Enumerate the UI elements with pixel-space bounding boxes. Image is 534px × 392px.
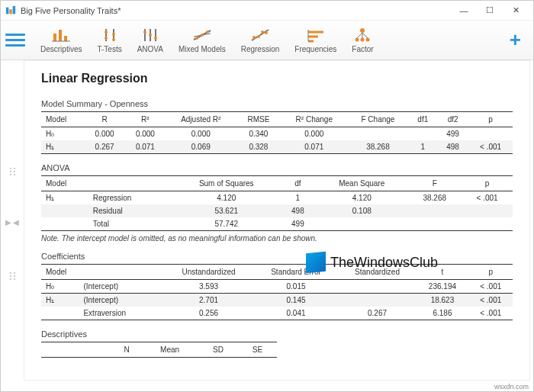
svg-point-11 xyxy=(112,33,115,36)
watermark-domain: wsxdn.com xyxy=(494,383,529,390)
titlebar: Big Five Personality Traits* — ☐ ✕ xyxy=(1,1,533,21)
panel-expand-icon[interactable]: ▶ ◀ xyxy=(5,218,20,227)
svg-point-17 xyxy=(149,34,152,37)
descriptives-table: N Mean SD SE xyxy=(41,342,277,358)
svg-rect-2 xyxy=(13,5,16,14)
svg-rect-5 xyxy=(64,36,67,41)
close-button[interactable]: ✕ xyxy=(503,2,529,19)
svg-point-34 xyxy=(355,38,359,42)
toolbar-label: T-Tests xyxy=(97,45,121,53)
drag-grip-icon[interactable] xyxy=(10,272,15,274)
window-title: Big Five Personality Traits* xyxy=(21,6,451,15)
toolbar-label: Regression xyxy=(241,45,280,53)
svg-point-25 xyxy=(253,36,256,39)
toolbar-ttests[interactable]: T-Tests xyxy=(89,22,129,59)
toolbar-label: Frequencies xyxy=(294,45,336,53)
svg-point-28 xyxy=(265,31,268,34)
svg-point-9 xyxy=(105,37,108,40)
maximize-button[interactable]: ☐ xyxy=(477,2,503,19)
toolbar-label: Factor xyxy=(352,45,373,53)
svg-point-23 xyxy=(206,31,209,34)
toolbar-anova[interactable]: ANOVA xyxy=(130,22,171,59)
svg-point-16 xyxy=(143,31,146,34)
anova-title: ANOVA xyxy=(41,163,513,172)
coefficients-table: Model Unstandardized Standard Error Stan… xyxy=(41,264,513,320)
svg-point-8 xyxy=(105,31,108,34)
table-row: Extraversion0.2560.0410.2676.186< .001 xyxy=(41,307,513,320)
table-row: H₁Regression4.12014.12038.268< .001 xyxy=(41,191,513,205)
table-row: H₁0.2670.0710.0690.3280.07138.2681498< .… xyxy=(41,140,513,154)
menu-button[interactable] xyxy=(5,31,25,50)
toolbar-label: Descriptives xyxy=(40,45,82,53)
svg-rect-0 xyxy=(6,7,9,14)
svg-point-12 xyxy=(112,38,115,41)
drag-grip-icon[interactable] xyxy=(10,168,15,169)
table-row: H₀(Intercept)3.5930.015236.194< .001 xyxy=(41,280,513,294)
svg-point-36 xyxy=(366,38,370,42)
regression-icon xyxy=(250,27,270,43)
svg-point-21 xyxy=(195,37,198,40)
coefficients-title: Coefficients xyxy=(41,252,513,261)
svg-line-37 xyxy=(357,33,362,38)
toolbar-regression[interactable]: Regression xyxy=(233,22,288,59)
svg-point-33 xyxy=(360,28,365,33)
toolbar-factor[interactable]: Factor xyxy=(344,22,381,59)
svg-line-39 xyxy=(362,33,368,38)
app-icon xyxy=(5,5,16,16)
model-summary-title: Model Summary - Openness xyxy=(41,99,513,108)
page-title: Linear Regression xyxy=(41,72,513,85)
svg-point-26 xyxy=(257,35,260,38)
descriptives-icon xyxy=(51,27,71,43)
toolbar-frequencies[interactable]: Frequencies xyxy=(287,22,344,59)
anova-icon xyxy=(140,27,160,43)
ttests-icon xyxy=(100,27,120,43)
svg-point-22 xyxy=(201,34,204,37)
panel-handles: ▶ ◀ xyxy=(1,60,24,381)
anova-table: Model Sum of Squares df Mean Square F p … xyxy=(41,175,513,231)
svg-point-27 xyxy=(261,31,264,34)
minimize-button[interactable]: — xyxy=(451,2,477,19)
main-toolbar: Descriptives T-Tests ANOVA Mixed Models … xyxy=(1,21,533,60)
factor-icon xyxy=(352,27,372,43)
table-row: H₀0.0000.0000.0000.3400.000499 xyxy=(41,127,513,141)
frequencies-icon xyxy=(306,27,326,43)
add-module-button[interactable]: + xyxy=(502,28,529,52)
anova-note: Note. The intercept model is omitted, as… xyxy=(41,234,513,243)
toolbar-label: Mixed Models xyxy=(179,45,226,53)
svg-rect-1 xyxy=(9,9,12,14)
svg-rect-3 xyxy=(53,34,56,41)
mixedmodels-icon xyxy=(192,27,212,43)
svg-rect-4 xyxy=(59,30,62,41)
table-row: Residual53.6214980.108 xyxy=(41,204,513,217)
toolbar-label: ANOVA xyxy=(137,45,163,53)
toolbar-mixedmodels[interactable]: Mixed Models xyxy=(171,22,233,59)
table-row: H₁(Intercept)2.7010.14518.623< .001 xyxy=(41,294,513,307)
results-panel: Linear Regression Model Summary - Openne… xyxy=(24,60,530,381)
descriptives-title: Descriptives xyxy=(41,329,513,339)
toolbar-descriptives[interactable]: Descriptives xyxy=(33,22,89,59)
model-summary-table: Model R R² Adjusted R² RMSE R² Change F … xyxy=(41,111,513,154)
svg-point-35 xyxy=(361,38,365,42)
svg-point-18 xyxy=(154,37,157,40)
table-row: Total57.742499 xyxy=(41,217,513,231)
